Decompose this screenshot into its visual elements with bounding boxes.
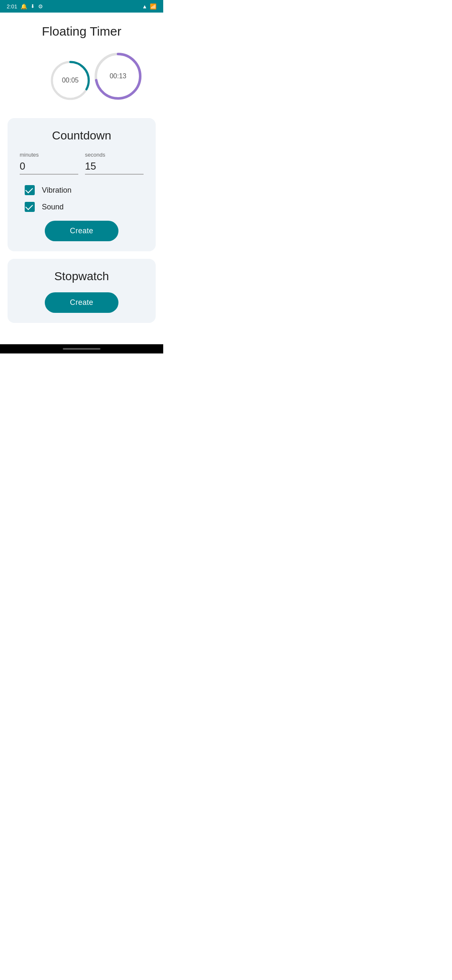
minutes-input[interactable] [20,160,78,175]
seconds-label: seconds [85,152,144,158]
bottom-indicator [63,348,100,350]
seconds-input[interactable] [85,160,144,175]
sound-checkbox[interactable] [25,202,35,212]
stopwatch-title: Stopwatch [16,270,147,283]
timer-widget-small[interactable]: 00:05 [49,59,91,101]
vibration-checkbox-wrapper[interactable] [24,185,35,196]
countdown-create-button[interactable]: Create [45,221,118,241]
page-title: Floating Timer [8,24,156,39]
settings-icon: ⚙ [38,3,43,10]
countdown-title: Countdown [16,129,147,142]
wifi-icon: ▲ [142,3,147,10]
vibration-label: Vibration [42,186,72,195]
signal-icon: 📶 [150,3,157,10]
timer-small-label: 00:05 [62,77,79,84]
timer-widget-large[interactable]: 00:13 [93,51,143,101]
seconds-input-group: seconds [85,152,144,175]
sound-label: Sound [42,203,64,211]
sound-checkbox-wrapper[interactable] [24,201,35,212]
minutes-input-group: minutes [20,152,78,175]
timer-large-label: 00:13 [110,72,126,80]
bottom-bar [0,344,163,353]
alarm-icon: 🔔 [21,3,27,10]
stopwatch-card: Stopwatch Create [8,259,156,323]
main-content: Floating Timer 00:05 00:13 Countdown min… [0,13,163,344]
vibration-row: Vibration [16,185,147,196]
stopwatch-create-button[interactable]: Create [45,292,118,313]
minutes-label: minutes [20,152,78,158]
download-icon: ⬇ [31,3,35,9]
countdown-card: Countdown minutes seconds Vibration S [8,118,156,251]
time-display: 2:01 [7,3,17,10]
status-bar: 2:01 🔔 ⬇ ⚙ ▲ 📶 [0,0,163,13]
status-bar-right: ▲ 📶 [142,3,157,10]
timers-area: 00:05 00:13 [8,47,156,114]
sound-row: Sound [16,201,147,212]
status-bar-left: 2:01 🔔 ⬇ ⚙ [7,3,43,10]
countdown-inputs: minutes seconds [16,152,147,175]
vibration-checkbox[interactable] [25,185,35,195]
